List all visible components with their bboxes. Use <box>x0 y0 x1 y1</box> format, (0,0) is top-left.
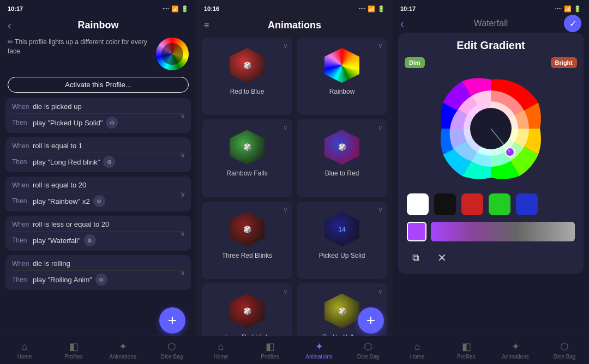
nav-animations-3[interactable]: ✦ Animations <box>491 341 540 360</box>
battery-icon: 🔋 <box>181 5 189 13</box>
home-label-3: Home <box>410 354 425 360</box>
nav-animations-1[interactable]: ✦ Animations <box>98 341 147 360</box>
then-label-3: Then <box>12 236 29 244</box>
anim-card-blue-to-red[interactable]: ∨ 🎲 Blue to Red <box>297 119 387 197</box>
edit-gradient-title: Edit Gradient <box>456 39 525 51</box>
dicebag-label-3: Dice Bag <box>554 354 576 360</box>
nav-home-1[interactable]: ⌂ Home <box>0 341 49 360</box>
swatch-red[interactable] <box>461 193 483 215</box>
dice-visual-1 <box>324 48 359 83</box>
copy-button[interactable]: ⧉ <box>407 249 424 266</box>
when-value-0: die is picked up <box>33 102 82 111</box>
when-value-4: die is rolling <box>33 259 70 268</box>
menu-icon[interactable]: ≡ <box>204 21 209 31</box>
nav-home-3[interactable]: ⌂ Home <box>393 341 442 360</box>
anim-dice-three-red: 🎲 <box>228 210 266 248</box>
rule-card-2[interactable]: When roll is equal to 20 Then play "Rain… <box>5 177 191 211</box>
rule-icon-2: ⚙ <box>93 195 105 207</box>
rule-card-3[interactable]: When roll is less or equal to 20 Then pl… <box>5 216 191 251</box>
p2-title: Animations <box>268 20 321 31</box>
nav-dicebag-1[interactable]: ⬡ Dice Bag <box>147 341 196 360</box>
signal-icon-2: ···· <box>359 5 365 12</box>
swatch-green[interactable] <box>489 193 510 215</box>
status-icons-1: ···· 📶 🔋 <box>163 5 189 13</box>
panel-edit-gradient: 10:17 ···· 📶 🔋 ‹ Waterfall ✓ Edit Gradie… <box>393 0 589 364</box>
anim-dice-picked-solid: 14 <box>323 210 361 248</box>
dicebag-label-2: Dice Bag <box>357 354 380 360</box>
dim-label: Dim <box>405 57 425 68</box>
profile-desc: ✏ This profile lights up a different col… <box>8 38 149 56</box>
color-wheel-wrapper[interactable] <box>434 71 548 186</box>
anim-card-rainbow-falls[interactable]: ∨ 🎲 Rainbow Falls <box>202 119 292 197</box>
add-rule-button[interactable]: + <box>159 307 185 333</box>
dice-visual-5: 14 <box>324 212 359 247</box>
nav-animations-2[interactable]: ✦ Animations <box>294 341 344 360</box>
profile-section: ✏ This profile lights up a different col… <box>0 33 196 75</box>
profiles-label-1: Profiles <box>64 354 82 360</box>
then-value-2: play "Rainbow" x2 <box>33 197 90 205</box>
add-animation-button[interactable]: + <box>358 307 384 333</box>
rule-card-4[interactable]: When die is rolling Then play "Rolling A… <box>5 255 191 290</box>
activate-profile-button[interactable]: Activate this Profile... <box>8 77 189 93</box>
panel-rainbow: 10:17 ···· 📶 🔋 ‹ Rainbow ✏ This profile … <box>0 0 196 364</box>
nav-dicebag-3[interactable]: ⬡ Dice Bag <box>540 341 589 360</box>
swatch-white[interactable] <box>407 193 429 215</box>
color-swatches-row <box>398 189 584 220</box>
swatch-black[interactable] <box>434 193 456 215</box>
anim-label-0: Red to Blue <box>230 88 265 98</box>
anim-card-picked-solid[interactable]: ∨ 14 Picked Up Solid <box>297 202 387 279</box>
swatch-blue[interactable] <box>516 193 538 215</box>
then-value-4: play "Rolling Anim" <box>33 276 92 284</box>
profiles-icon-1: ◧ <box>69 341 79 353</box>
rule-icon-1: ⚙ <box>103 156 115 168</box>
anim-dice-red-yellow: 🎲 <box>323 292 361 330</box>
rule-chevron-1: ∨ <box>180 150 185 159</box>
anim-card-red-to-blue[interactable]: ∨ 🎲 Red to Blue <box>202 38 292 115</box>
rule-card-1[interactable]: When roll is equal to 1 Then play "Long … <box>5 137 191 172</box>
status-bar-1: 10:17 ···· 📶 🔋 <box>0 0 196 15</box>
back-button-1[interactable]: ‹ <box>8 19 11 32</box>
nav-home-2[interactable]: ⌂ Home <box>196 341 245 360</box>
then-value-0: play "Picked Up Solid" <box>33 119 103 127</box>
status-bar-2: 10:16 ···· 📶 🔋 <box>196 0 393 15</box>
animations-icon-3: ✦ <box>512 341 520 353</box>
dim-bright-row: Dim Bright <box>398 55 584 68</box>
nav-profiles-1[interactable]: ◧ Profiles <box>49 341 98 360</box>
signal-icon: ···· <box>163 5 169 12</box>
bright-label: Bright <box>551 57 577 68</box>
anim-dice-long-red: 🎲 <box>228 292 266 330</box>
when-label-0: When <box>12 103 29 111</box>
dice-visual-2: 🎲 <box>230 130 265 165</box>
anim-label-3: Blue to Red <box>325 169 359 179</box>
anim-card-three-red[interactable]: ∨ 🎲 Three Red Blinks <box>202 202 292 279</box>
time-2: 10:16 <box>204 5 219 12</box>
status-bar-3: 10:17 ···· 📶 🔋 <box>393 0 589 15</box>
anim-chevron-4: ∨ <box>283 206 288 214</box>
gradient-thumb[interactable] <box>407 222 426 241</box>
nav-profiles-3[interactable]: ◧ Profiles <box>442 341 491 360</box>
p1-title: Rainbow <box>78 20 119 31</box>
home-icon-1: ⌂ <box>22 341 28 353</box>
nav-dicebag-2[interactable]: ⬡ Dice Bag <box>344 341 393 360</box>
dice-visual-4: 🎲 <box>230 212 265 247</box>
battery-icon-2: 🔋 <box>377 5 385 13</box>
back-button-3[interactable]: ‹ <box>400 17 404 30</box>
p2-header: ≡ Animations <box>196 15 393 34</box>
dice-visual-0: 🎲 <box>230 48 265 83</box>
wifi-icon-2: 📶 <box>368 5 375 13</box>
nav-profiles-2[interactable]: ◧ Profiles <box>245 341 294 360</box>
anim-label-5: Picked Up Solid <box>319 252 365 262</box>
then-label-2: Then <box>12 197 29 205</box>
rule-chevron-2: ∨ <box>180 190 185 198</box>
anim-card-rainbow[interactable]: ∨ Rainbow <box>297 38 387 115</box>
delete-button[interactable]: ✕ <box>433 249 450 266</box>
gradient-bar[interactable] <box>431 222 575 241</box>
confirm-button[interactable]: ✓ <box>564 15 581 32</box>
bottom-nav-3: ⌂ Home ◧ Profiles ✦ Animations ⬡ Dice Ba… <box>393 336 589 364</box>
anim-dice-rainbow <box>323 46 361 84</box>
rule-icon-3: ⚙ <box>84 234 96 246</box>
rule-card-0[interactable]: When die is picked up Then play "Picked … <box>5 98 191 133</box>
then-value-1: play "Long Red blink" <box>33 158 100 166</box>
dicebag-icon-1: ⬡ <box>167 341 176 353</box>
anim-chevron-0: ∨ <box>283 42 288 50</box>
